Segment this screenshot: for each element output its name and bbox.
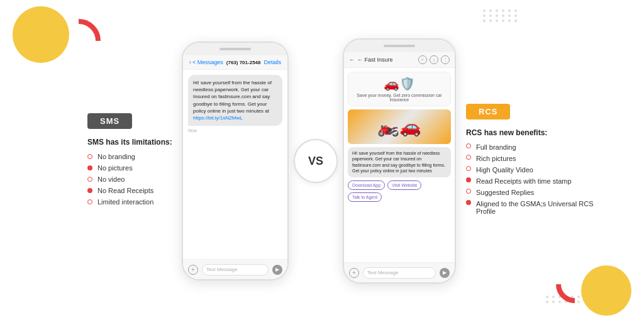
bullet-icon xyxy=(87,165,92,170)
list-item: Suggested Replies xyxy=(466,189,594,196)
bullet-icon xyxy=(466,166,471,171)
sms-input-placeholder: Text Message xyxy=(206,267,237,272)
main-container: SMS SMS has its limitations: No branding… xyxy=(0,0,644,322)
list-item: No Read Receipts xyxy=(87,187,153,194)
list-item: No pictures xyxy=(87,164,153,172)
sms-message-bubble: Hi! save yourself from the hassle of nee… xyxy=(188,75,282,126)
more-options-icon[interactable]: ⋮ xyxy=(441,55,450,64)
rcs-phone-header: ← ← Fast Insure ✓ i ⋮ xyxy=(344,52,455,68)
sms-phone-mockup: ‹ < Messages (763) 701-2548 Details Hi! … xyxy=(182,42,289,280)
sms-message-link[interactable]: https://bit.ly/1sNZMwL xyxy=(193,115,243,121)
sms-message-body: Hi! save yourself from the hassle of nee… xyxy=(183,70,287,256)
notch-bar xyxy=(219,48,251,50)
bullet-icon xyxy=(87,154,92,159)
list-item: No video xyxy=(87,175,153,183)
rcs-header-actions: ✓ i ⋮ xyxy=(418,55,450,64)
rcs-section: RCS RCS has new benefits: Full branding … xyxy=(456,104,594,219)
limitation-text: No branding xyxy=(97,153,135,160)
sms-badge: SMS xyxy=(87,113,132,129)
phone-notch-rcs xyxy=(344,40,455,52)
send-button[interactable]: ▶ xyxy=(272,265,282,275)
benefit-text: Rich pictures xyxy=(476,155,516,162)
sms-limitations-title: SMS has its limitations: xyxy=(87,138,172,147)
rcs-contact-name: ← Fast Insure xyxy=(357,57,393,63)
bullet-icon xyxy=(466,155,471,160)
back-arrow-icon: ← xyxy=(349,57,355,63)
vs-divider: VS xyxy=(294,139,338,183)
sms-details-button[interactable]: Details xyxy=(264,59,281,65)
sms-message-time: Now xyxy=(188,128,282,133)
add-attachment-button[interactable]: + xyxy=(188,265,198,275)
limitation-text: No video xyxy=(97,175,125,183)
sms-input-bar: + Text Message ▶ xyxy=(183,259,287,279)
rcs-message-body: 🚗🛡️ Save your money. Get zero commission… xyxy=(344,68,455,259)
sms-limitations-list: No branding No pictures No video No Read… xyxy=(87,153,153,209)
rcs-input-bar: + Text Message ▶ xyxy=(344,262,455,282)
list-item: Aligned to the GSMA;s Universal RCS Prof… xyxy=(466,200,594,215)
sms-phone-number: (763) 701-2548 xyxy=(226,60,261,65)
rcs-input-placeholder: Text Message xyxy=(367,270,398,275)
bullet-icon xyxy=(87,199,92,204)
bullet-icon xyxy=(466,200,471,205)
limitation-text: No pictures xyxy=(97,164,133,172)
rcs-benefits-list: Full branding Rich pictures High Quality… xyxy=(466,143,594,219)
benefit-text: Suggested Replies xyxy=(476,189,534,196)
sms-phone-header: ‹ < Messages (763) 701-2548 Details xyxy=(183,55,287,70)
benefit-text: Read Receipts with time stamp xyxy=(476,177,572,185)
bullet-icon xyxy=(466,143,471,148)
download-app-button[interactable]: Download App xyxy=(348,180,385,190)
rcs-badge: RCS xyxy=(466,104,510,119)
chevron-left-icon: ‹ xyxy=(189,59,191,65)
list-item: Full branding xyxy=(466,143,594,151)
vs-text: VS xyxy=(308,155,323,168)
sms-back-button[interactable]: ‹ < Messages xyxy=(189,59,223,65)
benefit-text: Full branding xyxy=(476,143,516,151)
sms-text-input[interactable]: Text Message xyxy=(202,264,269,275)
verified-icon: ✓ xyxy=(418,55,427,64)
benefit-text: Aligned to the GSMA;s Universal RCS Prof… xyxy=(476,200,594,215)
limitation-text: Limited interaction xyxy=(97,198,153,206)
sms-back-label: < Messages xyxy=(192,59,223,65)
rcs-image-banner: 🏍️🚗 xyxy=(348,109,451,144)
rcs-send-button[interactable]: ▶ xyxy=(440,268,450,278)
list-item: Limited interaction xyxy=(87,198,153,206)
rcs-text-input[interactable]: Text Message xyxy=(363,267,436,279)
phone-notch xyxy=(183,43,287,55)
rcs-message-text: Hi! save yourself from the hassle of nee… xyxy=(352,151,445,173)
bullet-icon xyxy=(87,177,92,182)
notch-bar-rcs xyxy=(384,45,415,47)
list-item: High Quality Video xyxy=(466,166,594,174)
image-placeholder-icon: 🏍️🚗 xyxy=(377,116,421,137)
list-item: Read Receipts with time stamp xyxy=(466,177,594,185)
limitation-text: No Read Receipts xyxy=(97,187,153,194)
rcs-benefits-title: RCS has new benefits: xyxy=(466,128,547,137)
rcs-message-bubble: Hi! save yourself from the hassle of nee… xyxy=(348,147,451,177)
talk-to-agent-button[interactable]: Talk to Agent xyxy=(348,192,382,202)
bullet-icon xyxy=(466,189,471,194)
info-icon: i xyxy=(430,55,438,64)
rcs-phone-mockup: ← ← Fast Insure ✓ i ⋮ 🚗🛡️ Save your mone… xyxy=(343,38,456,284)
rcs-add-attachment-button[interactable]: + xyxy=(349,268,359,278)
sms-message-text: Hi! save yourself from the hassle of nee… xyxy=(193,80,272,114)
benefit-text: High Quality Video xyxy=(476,166,533,174)
sms-section: SMS SMS has its limitations: No branding… xyxy=(50,113,182,209)
bullet-icon xyxy=(87,188,92,193)
rcs-card-caption: Save your money. Get zero commission car… xyxy=(352,93,447,102)
bullet-icon xyxy=(466,177,471,182)
list-item: Rich pictures xyxy=(466,155,594,162)
rcs-action-buttons: Download App Visit Website Talk to Agent xyxy=(348,180,451,202)
list-item: No branding xyxy=(87,153,153,160)
rcs-brand-icon: 🚗🛡️ xyxy=(384,76,415,91)
rcs-back-button[interactable]: ← ← Fast Insure xyxy=(349,57,393,63)
rcs-brand-card: 🚗🛡️ Save your money. Get zero commission… xyxy=(348,72,451,106)
visit-website-button[interactable]: Visit Website xyxy=(387,180,421,190)
